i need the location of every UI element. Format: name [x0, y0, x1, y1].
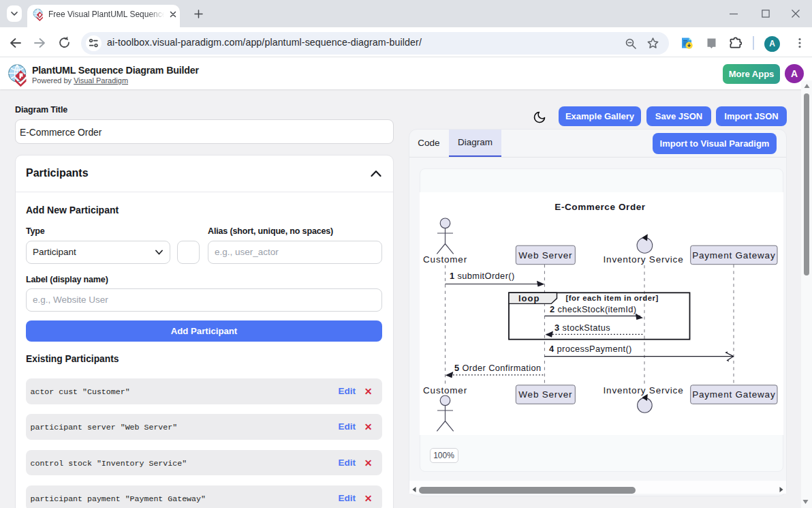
svg-text:1 submitOrder(): 1 submitOrder() — [450, 271, 515, 281]
svg-text:Inventory Service: Inventory Service — [604, 254, 684, 265]
svg-text:Customer: Customer — [423, 254, 467, 265]
svg-text:Payment Gateway: Payment Gateway — [692, 389, 775, 400]
svg-text:E-Commerce Order: E-Commerce Order — [555, 202, 646, 212]
svg-text:Payment Gateway: Payment Gateway — [692, 250, 775, 260]
svg-text:2 checkStock(itemId): 2 checkStock(itemId) — [550, 304, 637, 314]
svg-text:Web Server: Web Server — [518, 389, 572, 400]
svg-text:5 Order Confirmation: 5 Order Confirmation — [454, 363, 542, 373]
svg-text:4 processPayment(): 4 processPayment() — [549, 344, 632, 354]
svg-text:Web Server: Web Server — [518, 250, 572, 260]
svg-text:[for each item in order]: [for each item in order] — [566, 294, 659, 302]
svg-text:loop: loop — [518, 293, 540, 303]
svg-text:Customer: Customer — [423, 385, 467, 395]
svg-text:Inventory Service: Inventory Service — [604, 385, 684, 395]
svg-text:3 stockStatus: 3 stockStatus — [555, 323, 610, 333]
